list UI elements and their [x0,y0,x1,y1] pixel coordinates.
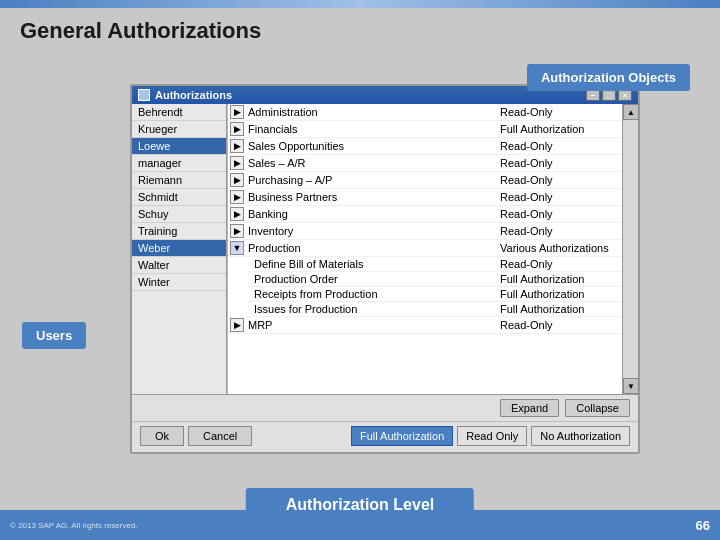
auth-row-mrp[interactable]: ▶ MRP Read-Only [228,317,622,334]
auth-row-inventory[interactable]: ▶ Inventory Read-Only [228,223,622,240]
auth-name-sales-opp: Sales Opportunities [246,140,500,152]
auth-name-sales-ar: Sales – A/R [246,157,500,169]
user-manager[interactable]: manager [132,155,226,172]
auth-name-production: Production [246,242,500,254]
page-number: 66 [696,518,710,533]
main-content: Authorization Objects Users Authorizatio… [0,50,720,540]
auth-value-bom: Read-Only [500,258,620,270]
dialog-icon [138,89,150,101]
auth-row-financials[interactable]: ▶ Financials Full Authorization [228,121,622,138]
ok-button[interactable]: Ok [140,426,184,446]
user-loewe[interactable]: Loewe [132,138,226,155]
auth-value-receipts: Full Authorization [500,288,620,300]
top-bar [0,0,720,8]
auth-row-prod-order[interactable]: Production Order Full Authorization [248,272,622,287]
auth-row-administration[interactable]: ▶ Administration Read-Only [228,104,622,121]
auth-value-inventory: Read-Only [500,225,620,237]
expand-production[interactable]: ▼ [230,241,244,255]
auth-scrollbar: ▲ ▼ [622,104,638,394]
auth-value-financials: Full Authorization [500,123,620,135]
auth-name-banking: Banking [246,208,500,220]
expand-sales-opp[interactable]: ▶ [230,139,244,153]
auth-row-banking[interactable]: ▶ Banking Read-Only [228,206,622,223]
user-walter[interactable]: Walter [132,257,226,274]
expand-inventory[interactable]: ▶ [230,224,244,238]
auth-value-administration: Read-Only [500,106,620,118]
scroll-up-button[interactable]: ▲ [623,104,639,120]
auth-value-banking: Read-Only [500,208,620,220]
auth-name-receipts: Receipts from Production [250,288,500,300]
auth-value-prod-order: Full Authorization [500,273,620,285]
users-badge: Users [22,322,86,349]
auth-name-inventory: Inventory [246,225,500,237]
auth-name-mrp: MRP [246,319,500,331]
user-weber[interactable]: Weber [132,240,226,257]
user-behrendt[interactable]: Behrendt [132,104,226,121]
auth-value-issues: Full Authorization [500,303,620,315]
collapse-button[interactable]: Collapse [565,399,630,417]
auth-tree-panel: ▶ Administration Read-Only ▶ Financials … [227,104,622,394]
auth-value-sales-ar: Read-Only [500,157,620,169]
ok-cancel-group: Ok Cancel [140,426,252,446]
scroll-down-button[interactable]: ▼ [623,378,639,394]
auth-name-administration: Administration [246,106,500,118]
users-panel: Behrendt Krueger Loewe manager Riemann S… [132,104,227,394]
auth-row-production[interactable]: ▼ Production Various Authorizations [228,240,622,257]
auth-value-purchasing: Read-Only [500,174,620,186]
auth-value-production: Various Authorizations [500,242,620,254]
auth-row-receipts[interactable]: Receipts from Production Full Authorizat… [248,287,622,302]
auth-level-badge: Authorization Level [246,488,474,522]
auth-row-purchasing[interactable]: ▶ Purchasing – A/P Read-Only [228,172,622,189]
no-auth-button[interactable]: No Authorization [531,426,630,446]
auth-name-prod-order: Production Order [250,273,500,285]
expand-banking[interactable]: ▶ [230,207,244,221]
user-winter[interactable]: Winter [132,274,226,291]
auth-row-issues[interactable]: Issues for Production Full Authorization [248,302,622,317]
dialog-bottom: Ok Cancel Full Authorization Read Only N… [132,421,638,452]
auth-name-purchasing: Purchasing – A/P [246,174,500,186]
dialog-title: Authorizations [155,89,232,101]
auth-row-sales-opp[interactable]: ▶ Sales Opportunities Read-Only [228,138,622,155]
expand-button[interactable]: Expand [500,399,559,417]
auth-row-business-partners[interactable]: ▶ Business Partners Read-Only [228,189,622,206]
expand-business-partners[interactable]: ▶ [230,190,244,204]
auth-name-business-partners: Business Partners [246,191,500,203]
auth-value-mrp: Read-Only [500,319,620,331]
auth-name-bom: Define Bill of Materials [250,258,500,270]
user-schuy[interactable]: Schuy [132,206,226,223]
user-krueger[interactable]: Krueger [132,121,226,138]
auth-value-sales-opp: Read-Only [500,140,620,152]
expand-purchasing[interactable]: ▶ [230,173,244,187]
auth-level-buttons: Full Authorization Read Only No Authoriz… [351,426,630,446]
expand-administration[interactable]: ▶ [230,105,244,119]
auth-row-bom[interactable]: Define Bill of Materials Read-Only [248,257,622,272]
scroll-track [623,120,638,378]
user-schmidt[interactable]: Schmidt [132,189,226,206]
full-auth-button[interactable]: Full Authorization [351,426,453,446]
page-title: General Authorizations [0,8,720,50]
cancel-button[interactable]: Cancel [188,426,252,446]
auth-value-business-partners: Read-Only [500,191,620,203]
expand-sales-ar[interactable]: ▶ [230,156,244,170]
titlebar-left: Authorizations [138,89,232,101]
dialog-body: Behrendt Krueger Loewe manager Riemann S… [132,104,638,394]
user-training[interactable]: Training [132,223,226,240]
auth-row-sales-ar[interactable]: ▶ Sales – A/R Read-Only [228,155,622,172]
read-only-button[interactable]: Read Only [457,426,527,446]
dialog-expand-footer: Expand Collapse [132,394,638,421]
expand-mrp[interactable]: ▶ [230,318,244,332]
user-riemann[interactable]: Riemann [132,172,226,189]
expand-financials[interactable]: ▶ [230,122,244,136]
auth-name-issues: Issues for Production [250,303,500,315]
authorizations-dialog: Authorizations − □ × Behrendt Krueger Lo… [130,84,640,454]
auth-objects-badge: Authorization Objects [527,64,690,91]
auth-name-financials: Financials [246,123,500,135]
